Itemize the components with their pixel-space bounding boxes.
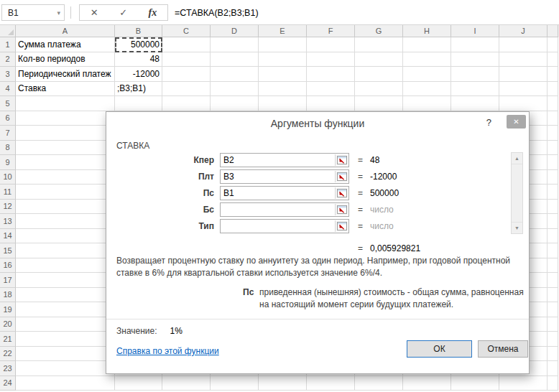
cell-G24[interactable] (355, 376, 403, 391)
cell-A20[interactable] (16, 317, 115, 332)
row-header-11[interactable]: 11 (0, 185, 16, 200)
column-header-A[interactable]: A (16, 25, 115, 37)
cell-G3[interactable] (355, 67, 403, 82)
cell-A14[interactable] (16, 229, 115, 244)
formula-cancel-icon[interactable]: ✕ (91, 7, 98, 18)
cell-A18[interactable] (16, 288, 115, 303)
cell-D24[interactable] (211, 376, 259, 391)
cell-partial14[interactable] (548, 229, 558, 244)
formula-input[interactable]: =СТАВКА(B2;B3;B1) (175, 4, 259, 21)
cell-H3[interactable] (403, 67, 451, 82)
cell-partial18[interactable] (548, 288, 558, 303)
cell-A24[interactable] (16, 376, 115, 391)
cell-partial9[interactable] (548, 155, 558, 170)
cell-J3[interactable] (499, 67, 548, 82)
cell-partial20[interactable] (548, 317, 558, 332)
row-header-14[interactable]: 14 (0, 229, 16, 244)
cell-A5[interactable] (16, 96, 115, 111)
cell-partial11[interactable] (548, 185, 558, 200)
scroll-up-icon[interactable]: ▲ (512, 153, 522, 164)
cell-J4[interactable] (499, 82, 548, 97)
argument-input[interactable]: B1 (220, 186, 349, 200)
cell-A9[interactable] (16, 155, 115, 170)
cell-B2[interactable]: 48 (115, 52, 162, 67)
cell-partial10[interactable] (548, 170, 558, 185)
cell-D2[interactable] (211, 52, 259, 67)
cell-I24[interactable] (451, 376, 499, 391)
cell-A13[interactable] (16, 214, 115, 229)
cell-A10[interactable] (16, 170, 115, 185)
row-header-12[interactable]: 12 (0, 200, 16, 215)
cell-H5[interactable] (403, 96, 451, 111)
dialog-close-icon[interactable]: ✕ (507, 115, 526, 129)
cell-partial22[interactable] (548, 347, 558, 362)
column-header-J[interactable]: J (499, 25, 548, 37)
cell-H24[interactable] (403, 376, 451, 391)
cell-A22[interactable] (16, 347, 115, 362)
cell-B3[interactable]: -12000 (115, 67, 162, 82)
column-header-H[interactable]: H (403, 25, 451, 37)
cell-E1[interactable] (259, 37, 307, 52)
cell-partial7[interactable] (548, 126, 558, 141)
cell-partial13[interactable] (548, 214, 558, 229)
range-selector-icon[interactable] (335, 154, 348, 166)
cell-C3[interactable] (162, 67, 211, 82)
cell-D5[interactable] (211, 96, 259, 111)
row-header-13[interactable]: 13 (0, 214, 16, 229)
cell-I3[interactable] (451, 67, 499, 82)
cell-E3[interactable] (259, 67, 307, 82)
cell-F1[interactable] (307, 37, 355, 52)
cell-partial2[interactable] (548, 52, 558, 67)
dialog-help-icon[interactable]: ? (486, 117, 491, 128)
cell-C1[interactable] (162, 37, 211, 52)
cell-A16[interactable] (16, 258, 115, 274)
cell-A2[interactable]: Кол-во периодов (16, 52, 115, 67)
cell-partial12[interactable] (548, 200, 558, 215)
cell-A19[interactable] (16, 302, 115, 317)
range-selector-icon[interactable] (335, 220, 348, 232)
cell-G4[interactable] (355, 82, 403, 97)
cell-G2[interactable] (355, 52, 403, 67)
row-header-23[interactable]: 23 (0, 361, 16, 376)
column-header-I[interactable]: I (451, 25, 499, 37)
cell-partial4[interactable] (548, 82, 558, 97)
cell-I4[interactable] (451, 82, 499, 97)
row-header-18[interactable]: 18 (0, 288, 16, 303)
cell-C2[interactable] (162, 52, 211, 67)
cell-E4[interactable] (259, 82, 307, 97)
cell-A23[interactable] (16, 361, 115, 376)
cell-F24[interactable] (307, 376, 355, 391)
row-header-2[interactable]: 2 (0, 52, 16, 67)
row-header-4[interactable]: 4 (0, 82, 16, 97)
cell-A6[interactable] (16, 111, 115, 126)
cell-I5[interactable] (451, 96, 499, 111)
cell-A17[interactable] (16, 273, 115, 288)
row-header-17[interactable]: 17 (0, 273, 16, 288)
cell-H1[interactable] (403, 37, 451, 52)
name-box-dropdown-icon[interactable]: ▾ (57, 9, 60, 17)
column-header-B[interactable]: B (115, 25, 162, 37)
cell-J2[interactable] (499, 52, 548, 67)
dialog-scrollbar[interactable]: ▲ ▼ (511, 152, 523, 234)
row-header-19[interactable]: 19 (0, 302, 16, 317)
row-header-21[interactable]: 21 (0, 332, 16, 347)
row-header-8[interactable]: 8 (0, 141, 16, 156)
cell-C24[interactable] (162, 376, 211, 391)
cell-A1[interactable]: Сумма платежа (16, 37, 115, 52)
ok-button[interactable]: ОК (407, 340, 472, 358)
cell-I1[interactable] (451, 37, 499, 52)
column-header-E[interactable]: E (259, 25, 307, 37)
row-header-6[interactable]: 6 (0, 111, 16, 126)
cell-partial3[interactable] (548, 67, 558, 82)
cell-partial1[interactable] (548, 37, 558, 52)
row-header-3[interactable]: 3 (0, 67, 16, 82)
argument-input[interactable] (220, 219, 349, 233)
cell-B5[interactable] (115, 96, 162, 111)
cell-H2[interactable] (403, 52, 451, 67)
name-box[interactable]: B1 ▾ (1, 4, 65, 21)
cell-E2[interactable] (259, 52, 307, 67)
column-header-C[interactable]: C (162, 25, 211, 37)
row-header-24[interactable]: 24 (0, 376, 16, 391)
cell-A3[interactable]: Периодический платеж (16, 67, 115, 82)
cell-F5[interactable] (307, 96, 355, 111)
